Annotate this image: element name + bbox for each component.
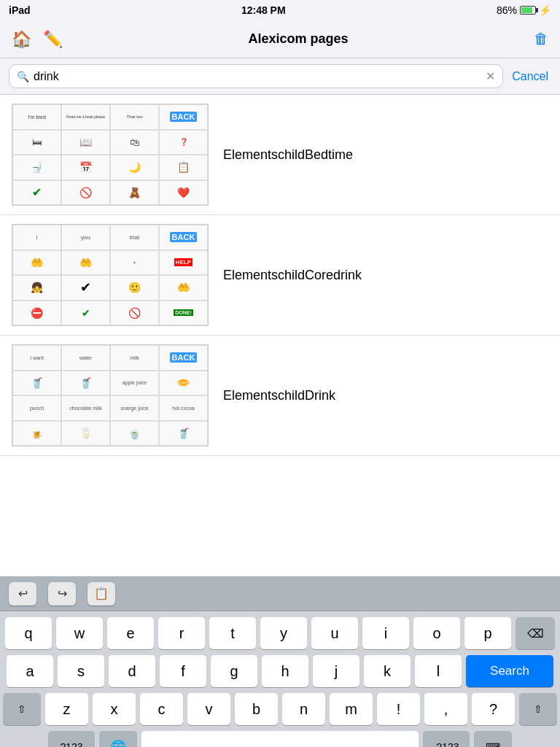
- search-magnifier-icon: 🔍: [17, 71, 29, 82]
- thumb-cell: 🚫: [61, 180, 110, 206]
- thumb-cell: core: [159, 371, 208, 396]
- thumb-cell: ❓: [159, 130, 208, 155]
- globe-key[interactable]: 🌐: [99, 731, 137, 747]
- thumb-cell: apple juice: [110, 371, 159, 396]
- result-label-coredrink: ElementschildCoredrink: [223, 268, 362, 283]
- num-key[interactable]: ?123: [48, 731, 95, 747]
- shift-key-right[interactable]: ⇧: [519, 693, 557, 725]
- thumb-cell: 🚫: [110, 301, 159, 326]
- battery-icon: [520, 6, 536, 15]
- home-icon[interactable]: 🏠: [12, 30, 31, 49]
- search-input[interactable]: [34, 70, 481, 83]
- battery-percent: 86%: [497, 4, 517, 16]
- result-row-coredrink[interactable]: I you that BACK 🤲 🤲 • HELP 👧 ✔ 🙂 🤲 ⛔ ✔ 🚫…: [0, 215, 560, 336]
- key-q[interactable]: q: [5, 617, 52, 649]
- key-i[interactable]: i: [362, 617, 409, 649]
- search-bar: 🔍 ✕ Cancel: [0, 58, 560, 95]
- key-s[interactable]: s: [58, 655, 104, 687]
- key-question[interactable]: ?: [472, 693, 515, 725]
- thumb-cell: that: [110, 225, 159, 250]
- key-comma[interactable]: ,: [424, 693, 467, 725]
- key-r[interactable]: r: [158, 617, 205, 649]
- edit-icon[interactable]: ✏️: [43, 30, 63, 49]
- key-l[interactable]: l: [415, 655, 462, 687]
- nav-title: Alexicom pages: [63, 31, 534, 47]
- key-k[interactable]: k: [364, 655, 411, 687]
- result-row-bedtime[interactable]: I'm tired Read me a book please That too…: [0, 95, 560, 215]
- result-row-drink[interactable]: I want water milk BACK 🥤 🥤 apple juice c…: [0, 336, 560, 456]
- status-right: 86% ⚡: [497, 4, 551, 16]
- shift-key[interactable]: ⇧: [3, 693, 41, 725]
- thumb-cell: 🍺: [12, 421, 61, 446]
- key-c[interactable]: c: [140, 693, 183, 725]
- thumb-cell: hot cocoa: [159, 395, 208, 421]
- thumb-cell: I want: [12, 345, 61, 371]
- thumb-cell: That too: [110, 104, 159, 130]
- thumb-cell: 👧: [12, 275, 61, 301]
- thumb-cell: 🥤: [159, 421, 208, 446]
- keyboard: ↩ ↪ 📋 q w e r t y u i o p ⌫ a s d f g h …: [0, 576, 560, 747]
- key-d[interactable]: d: [109, 655, 155, 687]
- thumb-cell: •: [110, 250, 159, 276]
- key-w[interactable]: w: [56, 617, 103, 649]
- signal-icon: ⚡: [539, 4, 551, 16]
- keyboard-bottom-row: ?123 🌐 .?123 ⌨: [3, 731, 557, 747]
- key-z[interactable]: z: [45, 693, 88, 725]
- dotnum-key[interactable]: .?123: [423, 731, 470, 747]
- thumb-cell: ✔: [61, 275, 110, 301]
- key-j[interactable]: j: [313, 655, 359, 687]
- key-exclaim[interactable]: !: [377, 693, 420, 725]
- key-t[interactable]: t: [209, 617, 256, 649]
- key-o[interactable]: o: [413, 617, 460, 649]
- key-b[interactable]: b: [235, 693, 278, 725]
- thumb-cell: 🛍: [110, 130, 159, 155]
- thumb-cell: 🤲: [12, 250, 61, 276]
- search-key[interactable]: Search: [466, 655, 553, 687]
- key-g[interactable]: g: [211, 655, 257, 687]
- key-p[interactable]: p: [464, 617, 511, 649]
- cancel-button[interactable]: Cancel: [509, 70, 551, 83]
- trash-icon[interactable]: 🗑: [534, 31, 548, 47]
- clipboard-button[interactable]: 📋: [88, 582, 115, 605]
- thumb-cell: 🥤: [12, 371, 61, 396]
- nav-bar: 🏠 ✏️ Alexicom pages 🗑: [0, 20, 560, 58]
- thumb-cell: 🤲: [61, 250, 110, 276]
- key-e[interactable]: e: [107, 617, 154, 649]
- thumb-cell: 📖: [61, 130, 110, 155]
- thumb-cell: I'm tired: [12, 104, 61, 130]
- search-input-wrap: 🔍 ✕: [9, 64, 503, 88]
- redo-button[interactable]: ↪: [48, 582, 76, 605]
- key-x[interactable]: x: [93, 693, 136, 725]
- thumb-cell: 🤲: [159, 275, 208, 301]
- thumbnail-coredrink: I you that BACK 🤲 🤲 • HELP 👧 ✔ 🙂 🤲 ⛔ ✔ 🚫…: [12, 224, 209, 326]
- dismiss-keyboard-key[interactable]: ⌨: [474, 731, 512, 747]
- key-v[interactable]: v: [187, 693, 230, 725]
- keyboard-row-2: a s d f g h j k l Search: [3, 655, 557, 687]
- thumb-cell: 🚽: [12, 155, 61, 180]
- space-key[interactable]: [141, 731, 419, 747]
- thumb-cell: ❤️: [159, 180, 208, 206]
- thumb-cell: 🥤: [61, 371, 110, 396]
- status-time: 12:48 PM: [241, 4, 286, 16]
- search-clear-button[interactable]: ✕: [486, 69, 495, 83]
- key-u[interactable]: u: [311, 617, 358, 649]
- keyboard-rows: q w e r t y u i o p ⌫ a s d f g h j k l …: [0, 611, 560, 747]
- thumbnail-drink: I want water milk BACK 🥤 🥤 apple juice c…: [12, 344, 209, 446]
- result-label-bedtime: ElementschildBedtime: [223, 147, 353, 163]
- thumb-cell: 🧸: [110, 180, 159, 206]
- keyboard-row-3: ⇧ z x c v b n m ! , ? ⇧: [3, 693, 557, 725]
- key-y[interactable]: y: [260, 617, 307, 649]
- key-f[interactable]: f: [160, 655, 206, 687]
- key-m[interactable]: m: [330, 693, 373, 725]
- thumb-cell: 🛏: [12, 130, 61, 155]
- key-n[interactable]: n: [282, 693, 325, 725]
- thumb-cell: BACK: [159, 345, 208, 371]
- thumb-cell: HELP: [159, 250, 208, 276]
- key-h[interactable]: h: [262, 655, 308, 687]
- delete-key[interactable]: ⌫: [516, 617, 555, 649]
- thumb-cell: 🌙: [110, 155, 159, 180]
- thumb-cell: 📋: [159, 155, 208, 180]
- undo-button[interactable]: ↩: [9, 582, 36, 605]
- key-a[interactable]: a: [7, 655, 53, 687]
- nav-left-buttons: 🏠 ✏️: [12, 30, 63, 49]
